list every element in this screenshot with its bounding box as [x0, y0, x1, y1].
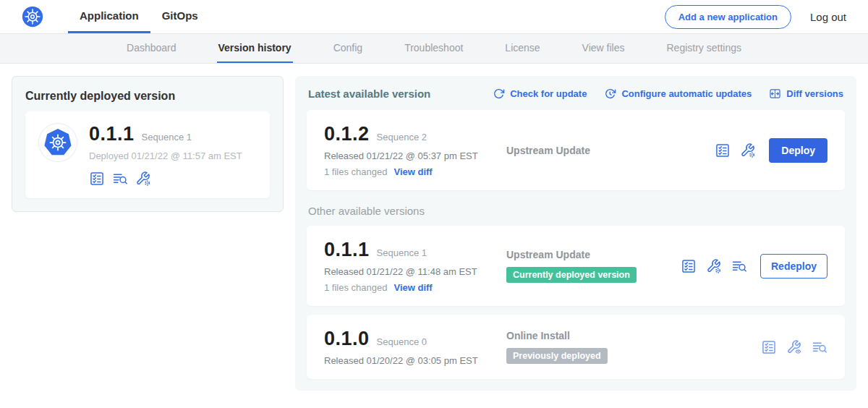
tab-gitops-label: GitOps: [162, 9, 198, 22]
version-card-0-1-2: 0.1.2 Sequence 2 Released 01/21/22 @ 05:…: [307, 110, 845, 190]
latest-available-title: Latest available version: [308, 88, 430, 100]
version-number: 0.1.1: [324, 239, 370, 261]
deploy-logs-icon[interactable]: [112, 171, 128, 187]
subnav-registry-settings[interactable]: Registry settings: [665, 34, 743, 63]
subnav-config[interactable]: Config: [332, 34, 364, 63]
logout-link[interactable]: Log out: [810, 11, 846, 23]
kubernetes-logo-icon: [22, 6, 43, 27]
deployed-sequence: Sequence 1: [142, 132, 192, 143]
version-card-0-1-0: 0.1.0 Sequence 0 Released 01/20/22 @ 03:…: [307, 315, 845, 379]
view-diff-link[interactable]: View diff: [393, 282, 432, 293]
tab-gitops[interactable]: GitOps: [150, 0, 210, 33]
version-number: 0.1.0: [324, 328, 370, 350]
subnav-troubleshoot[interactable]: Troubleshoot: [403, 34, 464, 63]
version-card-0-1-1: 0.1.1 Sequence 1 Released 01/21/22 @ 11:…: [307, 226, 845, 306]
released-timestamp: Released 01/20/22 @ 03:05 pm EST: [324, 355, 506, 366]
app-logo-icon: [38, 123, 77, 162]
latest-available-header: Latest available version Check for updat…: [308, 88, 843, 100]
deployed-action-icons: [89, 171, 242, 187]
released-timestamp: Released 01/21/22 @ 05:37 pm EST: [324, 150, 506, 161]
deployed-timestamp: Deployed 01/21/22 @ 11:57 am EST: [89, 150, 242, 161]
panel-actions: Check for update Configure automatic upd…: [493, 88, 843, 100]
topnav-right: Add a new application Log out: [665, 0, 846, 33]
version-number: 0.1.2: [324, 123, 370, 145]
top-navbar: Application GitOps Add a new application…: [0, 0, 868, 33]
version-source-column: Upstream Update: [506, 145, 715, 156]
check-for-update-label: Check for update: [510, 88, 587, 99]
redeploy-button[interactable]: Redeploy: [760, 254, 827, 279]
preflight-checks-icon[interactable]: [681, 258, 697, 274]
subnav-dashboard[interactable]: Dashboard: [125, 34, 178, 63]
version-info: 0.1.1 Sequence 1 Released 01/21/22 @ 11:…: [324, 239, 506, 293]
configure-automatic-updates-label: Configure automatic updates: [621, 88, 752, 99]
files-changed-label: 1 files changed: [324, 166, 387, 177]
deploy-logs-icon[interactable]: [731, 258, 747, 274]
deployed-version-card: 0.1.1 Sequence 1 Deployed 01/21/22 @ 11:…: [25, 111, 270, 198]
currently-deployed-card: Currently deployed version 0.1.1 Sequenc…: [12, 76, 284, 212]
version-source: Upstream Update: [506, 145, 715, 156]
version-history-panel: Latest available version Check for updat…: [295, 76, 856, 391]
version-sequence: Sequence 1: [377, 247, 427, 258]
currently-deployed-title: Currently deployed version: [25, 90, 270, 103]
view-diff-link[interactable]: View diff: [393, 166, 432, 177]
edit-config-icon[interactable]: [740, 143, 756, 158]
version-info: 0.1.2 Sequence 2 Released 01/21/22 @ 05:…: [324, 123, 506, 177]
version-source-column: Online Install Previously deployed: [506, 330, 761, 364]
diff-versions-label: Diff versions: [786, 88, 843, 99]
auto-update-icon: [604, 88, 616, 100]
previously-deployed-badge: Previously deployed: [506, 348, 608, 364]
files-changed-label: 1 files changed: [324, 282, 387, 293]
configure-automatic-updates-link[interactable]: Configure automatic updates: [604, 88, 752, 100]
currently-deployed-badge: Currently deployed version: [506, 267, 637, 283]
deployed-version-info: 0.1.1 Sequence 1 Deployed 01/21/22 @ 11:…: [89, 123, 242, 187]
version-actions: [761, 339, 827, 355]
deploy-button[interactable]: Deploy: [769, 138, 827, 163]
tab-application[interactable]: Application: [68, 0, 150, 33]
diff-icon: [769, 88, 781, 100]
preflight-checks-icon[interactable]: [761, 339, 777, 355]
edit-config-icon[interactable]: [706, 258, 722, 274]
subnav-license[interactable]: License: [503, 34, 541, 63]
version-sequence: Sequence 0: [377, 336, 427, 347]
edit-config-icon[interactable]: [135, 171, 151, 187]
preflight-checks-icon[interactable]: [715, 143, 731, 158]
released-timestamp: Released 01/21/22 @ 11:48 am EST: [324, 266, 506, 277]
preflight-checks-icon[interactable]: [89, 171, 105, 187]
app-tabs: Application GitOps: [68, 0, 210, 33]
version-source: Online Install: [506, 330, 761, 341]
check-for-update-link[interactable]: Check for update: [493, 88, 587, 100]
main-content: Currently deployed version 0.1.1 Sequenc…: [0, 64, 868, 403]
subnav-version-history[interactable]: Version history: [217, 34, 293, 63]
tab-application-label: Application: [80, 9, 139, 22]
version-actions: Redeploy: [681, 254, 827, 279]
app-subnav: Dashboard Version history Config Trouble…: [0, 33, 868, 64]
other-available-title: Other available versions: [308, 205, 843, 217]
diff-versions-link[interactable]: Diff versions: [769, 88, 843, 100]
refresh-icon: [493, 88, 505, 100]
version-source-column: Upstream Update Currently deployed versi…: [506, 249, 681, 283]
version-sequence: Sequence 2: [377, 132, 427, 143]
deployed-version-number: 0.1.1: [89, 123, 135, 145]
add-application-button[interactable]: Add a new application: [665, 5, 791, 29]
version-actions: Deploy: [715, 138, 827, 163]
subnav-view-files[interactable]: View files: [581, 34, 626, 63]
view-config-icon[interactable]: [786, 339, 802, 355]
deploy-logs-icon[interactable]: [812, 339, 827, 355]
version-source: Upstream Update: [506, 249, 681, 260]
version-info: 0.1.0 Sequence 0 Released 01/20/22 @ 03:…: [324, 328, 506, 366]
